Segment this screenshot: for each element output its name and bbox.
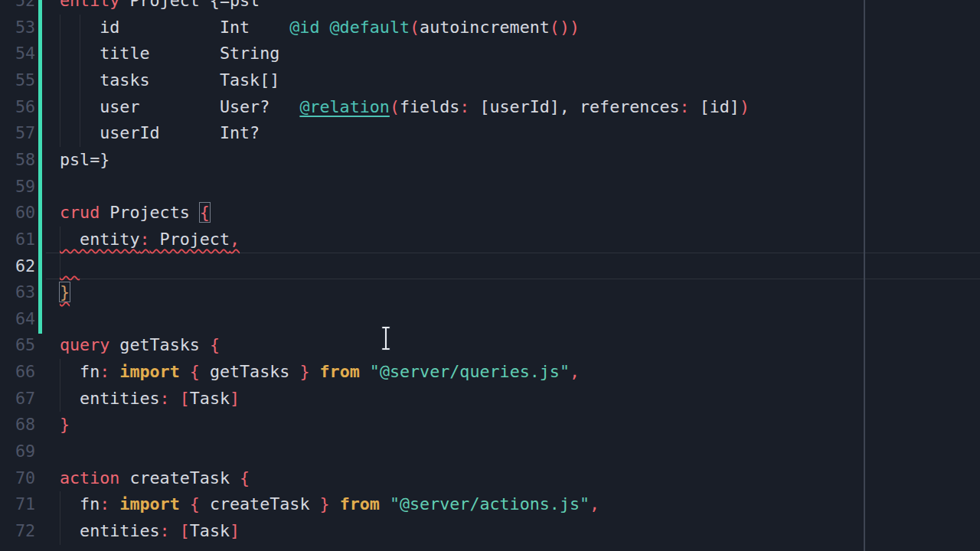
token: , [230, 230, 240, 249]
code-text: crud Projects { [60, 200, 210, 227]
token: : [160, 521, 170, 540]
code-text: entities: [Task] [60, 518, 240, 545]
code-text: id Int @id @default(autoincrement()) [60, 15, 580, 41]
token: tasks Task[] [60, 70, 279, 90]
token: entities [60, 389, 160, 408]
code-line[interactable]: 72 entities: [Task] [0, 518, 980, 545]
token: [userId], references [469, 97, 679, 116]
code-line[interactable]: 57 userId Int? [0, 120, 980, 147]
code-text: entity: Project, [60, 227, 240, 253]
code-line[interactable]: 65query getTasks { [0, 332, 980, 359]
line-number[interactable]: 72 [0, 518, 35, 545]
line-number[interactable]: 73 [0, 545, 35, 551]
token: "@server/actions.js" [390, 494, 590, 514]
token: @relation [299, 97, 390, 116]
code-line[interactable]: 56 user User? @relation(fields: [userId]… [0, 94, 980, 121]
line-number[interactable]: 61 [0, 227, 35, 253]
token: action [60, 468, 119, 487]
code-line[interactable]: 66 fn: import { getTasks } from "@server… [0, 359, 980, 386]
token: title String [60, 44, 279, 63]
line-number[interactable]: 68 [0, 412, 35, 439]
token: id Int [60, 18, 289, 37]
token [109, 362, 119, 381]
token: psl=} [60, 150, 109, 169]
line-number[interactable]: 55 [0, 67, 35, 94]
token: import [119, 494, 179, 514]
token [360, 362, 370, 381]
line-number[interactable]: 56 [0, 94, 35, 121]
code-line[interactable]: 54 title String [0, 41, 980, 67]
token [380, 494, 390, 514]
token [309, 362, 319, 381]
code-line[interactable]: 63} [0, 279, 980, 306]
token: } [299, 362, 309, 381]
line-number[interactable]: 60 [0, 200, 35, 227]
token: fields [400, 97, 459, 116]
token: "@server/queries.js" [370, 362, 570, 381]
code-text: tasks Task[] [60, 67, 279, 94]
code-line[interactable]: 61 entity: Project, [0, 227, 980, 253]
code-text: entity Project {=psl [60, 0, 260, 15]
token: { [190, 362, 200, 381]
token: : [459, 97, 469, 116]
code-line[interactable]: 59 [0, 174, 980, 201]
code-line[interactable]: 58psl=} [0, 147, 980, 174]
line-number[interactable]: 58 [0, 147, 35, 174]
line-number[interactable]: 64 [0, 306, 35, 333]
token: [ [180, 389, 190, 408]
token: @default [330, 18, 410, 37]
token: , [570, 362, 580, 381]
token: getTasks [109, 335, 210, 354]
code-line[interactable]: 52entity Project {=psl [0, 0, 980, 15]
token: from [340, 494, 380, 514]
line-number[interactable]: 70 [0, 465, 35, 492]
token: ()) [550, 18, 580, 37]
token: Task [190, 521, 230, 540]
code-line[interactable]: 68} [0, 412, 980, 439]
token: { [240, 468, 250, 487]
token [170, 521, 180, 540]
code-editor: 52entity Project {=psl53 id Int @id @def… [0, 0, 980, 551]
token: ] [230, 389, 240, 408]
token [180, 494, 190, 514]
line-number[interactable]: 53 [0, 15, 35, 41]
token: { [190, 494, 200, 514]
token: Task [190, 389, 230, 408]
code-line[interactable]: 62 [0, 253, 980, 280]
line-number[interactable]: 71 [0, 491, 35, 518]
token: } [60, 282, 70, 302]
line-number[interactable]: 62 [0, 253, 35, 280]
code-line[interactable]: 64 [0, 306, 980, 333]
code-line[interactable]: 60crud Projects { [0, 200, 980, 227]
line-number[interactable]: 65 [0, 332, 35, 359]
token: } [320, 494, 330, 514]
line-number[interactable]: 52 [0, 0, 35, 15]
token: fn [60, 494, 100, 514]
line-number[interactable]: 57 [0, 120, 35, 147]
code-line[interactable]: 67 entities: [Task] [0, 386, 980, 412]
token: userId Int? [60, 123, 260, 142]
token: from [320, 362, 360, 381]
code-line[interactable]: 71 fn: import { createTask } from "@serv… [0, 491, 980, 518]
token: : [100, 494, 109, 514]
line-number[interactable]: 66 [0, 359, 35, 386]
code-line[interactable]: 69 [0, 439, 980, 465]
code-line[interactable]: 73} [0, 545, 980, 551]
code-line[interactable]: 70action createTask { [0, 465, 980, 492]
token [109, 494, 119, 514]
line-number[interactable]: 59 [0, 174, 35, 201]
token: crud [60, 203, 100, 222]
line-number[interactable]: 67 [0, 386, 35, 412]
line-number[interactable]: 69 [0, 439, 35, 465]
line-number[interactable]: 54 [0, 41, 35, 67]
code-text: entities: [Task] [60, 386, 240, 412]
code-text: userId Int? [60, 120, 260, 147]
code-line[interactable]: 53 id Int @id @default(autoincrement()) [0, 15, 980, 41]
code-line[interactable]: 55 tasks Task[] [0, 67, 980, 94]
token: { [210, 335, 220, 354]
token: [ [180, 521, 190, 540]
token: user User? [60, 97, 299, 116]
code-text: title String [60, 41, 279, 67]
line-number[interactable]: 63 [0, 279, 35, 306]
code-text: } [60, 412, 70, 439]
